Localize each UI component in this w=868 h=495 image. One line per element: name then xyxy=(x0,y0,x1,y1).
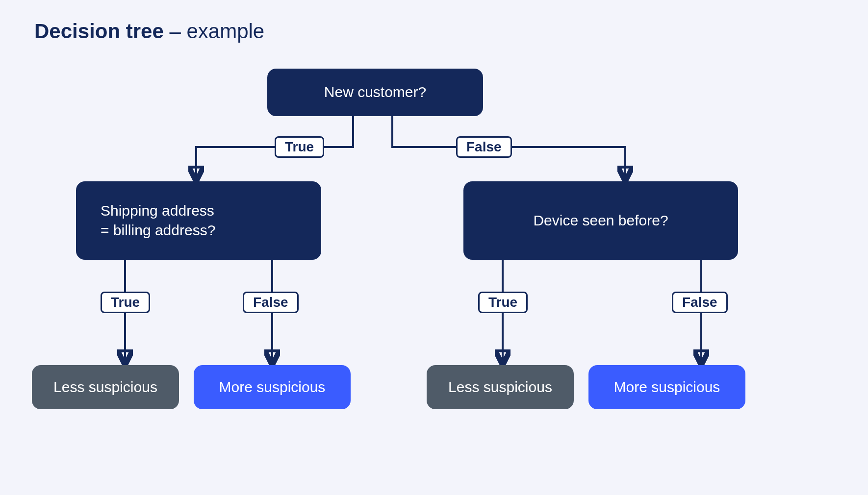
edge-right-true: True xyxy=(478,292,528,313)
leaf-less-1: Less suspicious xyxy=(32,365,179,409)
title-bold: Decision tree xyxy=(34,20,164,43)
node-root-text: New customer? xyxy=(324,82,426,102)
leaf-less-2: Less suspicious xyxy=(427,365,574,409)
leaf-more-1: More suspicious xyxy=(194,365,351,409)
node-device: Device seen before? xyxy=(463,181,738,260)
edge-root-true: True xyxy=(275,136,324,158)
page-title: Decision tree – example xyxy=(34,20,264,43)
edge-left-false: False xyxy=(243,292,299,313)
leaf-more-2: More suspicious xyxy=(588,365,745,409)
node-shipping-text: Shipping address = billing address? xyxy=(101,201,215,241)
node-root: New customer? xyxy=(267,69,483,116)
edge-left-true: True xyxy=(101,292,150,313)
title-rest: – example xyxy=(164,20,264,43)
node-shipping: Shipping address = billing address? xyxy=(76,181,321,260)
node-device-text: Device seen before? xyxy=(533,211,668,231)
edge-right-false: False xyxy=(672,292,728,313)
edge-root-false: False xyxy=(456,136,512,158)
